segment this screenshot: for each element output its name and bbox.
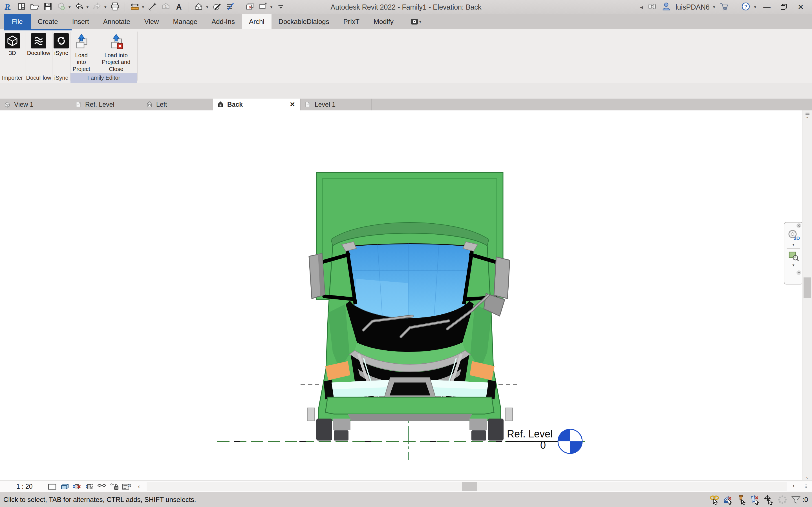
signed-in-user[interactable]: luisPDAN6: [675, 3, 710, 11]
redo-dropdown-icon[interactable]: ▾: [104, 4, 107, 10]
select-by-face-icon[interactable]: [750, 494, 761, 505]
horizontal-scrollbar[interactable]: [147, 482, 786, 491]
panel-label-isync[interactable]: iSync: [52, 73, 70, 83]
drag-on-selection-icon[interactable]: [763, 494, 774, 505]
zoom-region-icon[interactable]: [788, 250, 799, 263]
sun-path-icon[interactable]: [72, 482, 82, 492]
scroll-right-icon[interactable]: ›: [793, 482, 795, 490]
vertical-scroll-thumb[interactable]: [804, 277, 811, 298]
shadows-icon[interactable]: [85, 482, 94, 492]
tab-dockabledialogs[interactable]: DockableDialogs: [271, 14, 336, 29]
ribbon-display-toggle[interactable]: ▾: [410, 14, 421, 29]
tab-archi[interactable]: Archi: [242, 14, 271, 29]
tab-add-ins[interactable]: Add-Ins: [204, 14, 242, 29]
tab-modify[interactable]: Modify: [366, 14, 401, 29]
search-icon[interactable]: [647, 2, 657, 12]
drawing-area[interactable]: Ref. Level 0 2D ▾ ▾ ⌃ ⌄: [0, 110, 812, 480]
level-name-label[interactable]: Ref. Level: [507, 428, 553, 440]
panel-label-importer[interactable]: Importer: [0, 73, 25, 83]
background-processes-icon[interactable]: [777, 494, 788, 505]
thin-lines-icon[interactable]: [225, 2, 235, 12]
isync-button[interactable]: iSync: [54, 32, 69, 56]
restore-button[interactable]: [777, 0, 790, 14]
select-underlay-icon[interactable]: [723, 494, 733, 505]
aligned-dimension-icon[interactable]: [148, 2, 157, 12]
3d-view-dropdown-icon[interactable]: ▾: [206, 4, 208, 10]
view-tab-back[interactable]: Back ✕: [213, 99, 301, 110]
view-tab-ref-level[interactable]: Ref. Level: [71, 99, 142, 110]
tab-insert[interactable]: Insert: [65, 14, 96, 29]
view-tab-level1[interactable]: Level 1: [301, 99, 371, 110]
close-view-icon[interactable]: ✕: [290, 101, 295, 108]
steering-wheel-2d-icon[interactable]: 2D: [787, 229, 800, 242]
close-hidden-windows-icon[interactable]: [245, 2, 255, 12]
wheel-dropdown-icon[interactable]: ▾: [792, 242, 794, 247]
tab-view[interactable]: View: [137, 14, 166, 29]
customize-qat-icon[interactable]: [276, 2, 286, 12]
collapse-search-icon[interactable]: ◂: [640, 4, 643, 10]
filter-icon[interactable]: [791, 494, 801, 505]
open-icon[interactable]: [30, 2, 40, 12]
default-3d-view-icon[interactable]: [194, 2, 204, 12]
load-into-project-and-close-button[interactable]: Load intoProject and Close: [95, 32, 137, 72]
collapse-view-controls-icon[interactable]: ‹: [134, 482, 144, 492]
detail-level-icon[interactable]: [47, 482, 57, 492]
select-links-icon[interactable]: [709, 494, 720, 505]
project-window-icon[interactable]: [17, 2, 26, 12]
user-avatar-icon[interactable]: [661, 2, 671, 12]
view-scale[interactable]: 1 : 20: [16, 483, 47, 490]
scroll-up-icon[interactable]: ⌃: [802, 116, 812, 121]
tab-file[interactable]: File: [4, 14, 31, 29]
tab-create[interactable]: Create: [31, 14, 65, 29]
undo-icon[interactable]: [74, 2, 84, 12]
help-icon[interactable]: ?: [741, 2, 751, 12]
select-pinned-icon[interactable]: [737, 494, 747, 505]
load-into-project-button[interactable]: Load intoProject: [70, 32, 92, 72]
panel-label-docuflow[interactable]: DocuFlow: [26, 73, 52, 83]
tab-manage[interactable]: Manage: [166, 14, 204, 29]
redo-icon[interactable]: [92, 2, 102, 12]
show-crop-region-icon[interactable]: [122, 482, 132, 492]
3d-importer-button[interactable]: 3D: [5, 32, 20, 56]
level-elevation-value[interactable]: 0: [540, 439, 546, 451]
scroll-down-icon[interactable]: ⌄: [802, 474, 812, 480]
sync-icon[interactable]: [56, 2, 66, 12]
tab-prixt[interactable]: PrIxT: [336, 14, 366, 29]
undo-dropdown-icon[interactable]: ▾: [87, 4, 89, 10]
elevation-view-icon: [146, 101, 153, 108]
temporary-hide-isolate-icon[interactable]: [97, 482, 107, 492]
navbar-close-icon[interactable]: [796, 223, 801, 229]
view-tab-view1[interactable]: View 1: [0, 99, 71, 110]
visual-style-icon[interactable]: [60, 482, 69, 492]
view-tab-left[interactable]: Left: [142, 99, 213, 110]
vertical-scrollbar[interactable]: ⌃ ⌄: [802, 110, 812, 480]
revit-logo[interactable]: R: [3, 2, 13, 12]
level-head-symbol[interactable]: [557, 429, 583, 454]
print-icon[interactable]: [110, 2, 120, 12]
tag-icon[interactable]: 1: [161, 2, 170, 12]
panel-importer: 3D Importer: [0, 29, 25, 83]
user-dropdown-icon[interactable]: ▾: [713, 4, 715, 10]
section-icon[interactable]: [212, 2, 221, 12]
text-icon[interactable]: A: [174, 2, 184, 12]
horizontal-scroll-thumb[interactable]: [462, 482, 477, 491]
switch-windows-dropdown-icon[interactable]: ▾: [270, 4, 273, 10]
resize-grip[interactable]: ⠿: [804, 484, 808, 489]
scrollbar-split-icon[interactable]: [802, 110, 812, 116]
switch-windows-icon[interactable]: [258, 2, 268, 12]
measure-dropdown-icon[interactable]: ▾: [142, 4, 144, 10]
tab-annotate[interactable]: Annotate: [96, 14, 137, 29]
zoom-dropdown-icon[interactable]: ▾: [792, 263, 794, 267]
help-dropdown-icon[interactable]: ▾: [754, 4, 756, 10]
docuflow-button[interactable]: Docuflow: [27, 32, 50, 56]
sync-dropdown-icon[interactable]: ▾: [68, 4, 71, 10]
truck-family-geometry[interactable]: [306, 172, 514, 442]
panel-label-family-editor[interactable]: Family Editor: [70, 73, 137, 83]
store-cart-icon[interactable]: [719, 2, 729, 12]
measure-icon[interactable]: [130, 2, 140, 12]
minimize-button[interactable]: —: [761, 0, 773, 14]
save-icon[interactable]: [43, 2, 53, 12]
close-button[interactable]: ✕: [795, 0, 807, 14]
crop-view-icon[interactable]: [109, 482, 119, 492]
navbar-minimize-icon[interactable]: [796, 270, 801, 276]
